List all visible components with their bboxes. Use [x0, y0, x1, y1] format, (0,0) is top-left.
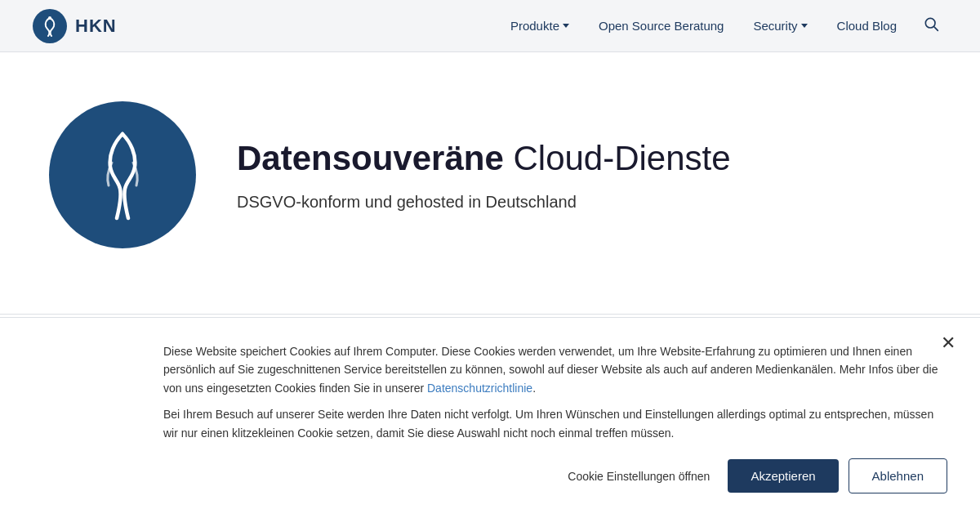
hero-text: Datensouveräne Cloud-Dienste DSGVO-konfo… — [237, 138, 731, 211]
logo-text: HKN — [75, 16, 117, 37]
nav-item-security[interactable]: Security — [742, 12, 818, 39]
main-nav: Produkte Open Source Beratung Security C… — [499, 9, 947, 42]
logo-icon — [33, 9, 67, 43]
svg-point-1 — [925, 18, 935, 28]
nav-item-cloud-blog[interactable]: Cloud Blog — [826, 12, 908, 39]
search-button[interactable] — [915, 9, 947, 42]
hero-section: Datensouveräne Cloud-Dienste DSGVO-konfo… — [0, 52, 980, 314]
header: HKN Produkte Open Source Beratung Securi… — [0, 0, 980, 52]
divider — [0, 314, 980, 315]
chevron-down-icon — [563, 24, 569, 28]
logo[interactable]: HKN — [33, 9, 117, 43]
hero-logo — [49, 101, 196, 248]
nav-item-open-source[interactable]: Open Source Beratung — [587, 12, 735, 39]
nav-item-produkte[interactable]: Produkte — [499, 12, 581, 39]
hero-subtitle: DSGVO-konform und gehosted in Deutschlan… — [237, 193, 731, 212]
chevron-down-icon — [801, 24, 808, 28]
svg-point-0 — [48, 16, 51, 20]
svg-line-2 — [934, 27, 938, 30]
hero-title: Datensouveräne Cloud-Dienste — [237, 138, 731, 179]
